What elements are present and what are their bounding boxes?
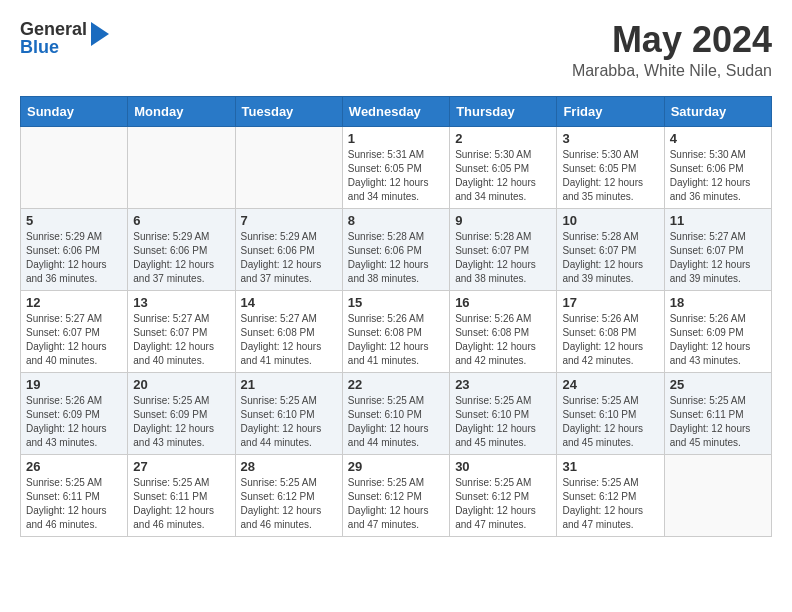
day-info-text: Daylight: 12 hours: [241, 340, 337, 354]
calendar-day-header: Tuesday: [235, 96, 342, 126]
title-area: May 2024 Marabba, White Nile, Sudan: [572, 20, 772, 80]
day-number: 31: [562, 459, 658, 474]
day-info-text: Daylight: 12 hours: [562, 422, 658, 436]
day-info-text: Sunset: 6:06 PM: [133, 244, 229, 258]
day-info-text: Sunrise: 5:25 AM: [26, 476, 122, 490]
day-info-text: Sunset: 6:12 PM: [241, 490, 337, 504]
day-info-text: Sunset: 6:11 PM: [670, 408, 766, 422]
day-info-text: and 40 minutes.: [26, 354, 122, 368]
day-info-text: and 41 minutes.: [241, 354, 337, 368]
day-info-text: Sunset: 6:12 PM: [455, 490, 551, 504]
calendar-cell: 24Sunrise: 5:25 AMSunset: 6:10 PMDayligh…: [557, 372, 664, 454]
calendar-cell: 29Sunrise: 5:25 AMSunset: 6:12 PMDayligh…: [342, 454, 449, 536]
calendar-day-header: Saturday: [664, 96, 771, 126]
day-info-text: Sunset: 6:07 PM: [26, 326, 122, 340]
day-number: 27: [133, 459, 229, 474]
calendar-cell: 30Sunrise: 5:25 AMSunset: 6:12 PMDayligh…: [450, 454, 557, 536]
day-info-text: Sunset: 6:08 PM: [455, 326, 551, 340]
day-number: 21: [241, 377, 337, 392]
calendar-cell: 15Sunrise: 5:26 AMSunset: 6:08 PMDayligh…: [342, 290, 449, 372]
day-info-text: Sunset: 6:05 PM: [562, 162, 658, 176]
day-info-text: Daylight: 12 hours: [348, 258, 444, 272]
calendar-cell: 28Sunrise: 5:25 AMSunset: 6:12 PMDayligh…: [235, 454, 342, 536]
day-info-text: Sunset: 6:06 PM: [348, 244, 444, 258]
calendar-cell: 10Sunrise: 5:28 AMSunset: 6:07 PMDayligh…: [557, 208, 664, 290]
day-info-text: Sunset: 6:11 PM: [26, 490, 122, 504]
day-info-text: Daylight: 12 hours: [562, 504, 658, 518]
day-number: 17: [562, 295, 658, 310]
logo: General Blue: [20, 20, 109, 56]
day-info-text: Sunrise: 5:28 AM: [348, 230, 444, 244]
day-info-text: Sunrise: 5:31 AM: [348, 148, 444, 162]
day-info-text: Daylight: 12 hours: [562, 258, 658, 272]
calendar-cell: 27Sunrise: 5:25 AMSunset: 6:11 PMDayligh…: [128, 454, 235, 536]
day-info-text: and 38 minutes.: [455, 272, 551, 286]
calendar-day-header: Thursday: [450, 96, 557, 126]
calendar-cell: 11Sunrise: 5:27 AMSunset: 6:07 PMDayligh…: [664, 208, 771, 290]
calendar-week-row: 19Sunrise: 5:26 AMSunset: 6:09 PMDayligh…: [21, 372, 772, 454]
calendar-cell: 22Sunrise: 5:25 AMSunset: 6:10 PMDayligh…: [342, 372, 449, 454]
calendar-week-row: 5Sunrise: 5:29 AMSunset: 6:06 PMDaylight…: [21, 208, 772, 290]
calendar-cell: 2Sunrise: 5:30 AMSunset: 6:05 PMDaylight…: [450, 126, 557, 208]
day-info-text: and 35 minutes.: [562, 190, 658, 204]
month-title: May 2024: [572, 20, 772, 60]
calendar-cell: 13Sunrise: 5:27 AMSunset: 6:07 PMDayligh…: [128, 290, 235, 372]
day-info-text: Daylight: 12 hours: [133, 340, 229, 354]
day-info-text: and 42 minutes.: [562, 354, 658, 368]
day-info-text: and 40 minutes.: [133, 354, 229, 368]
calendar-cell: 16Sunrise: 5:26 AMSunset: 6:08 PMDayligh…: [450, 290, 557, 372]
day-number: 25: [670, 377, 766, 392]
day-info-text: Sunset: 6:07 PM: [455, 244, 551, 258]
day-info-text: Sunrise: 5:28 AM: [455, 230, 551, 244]
day-info-text: and 47 minutes.: [455, 518, 551, 532]
day-info-text: and 37 minutes.: [241, 272, 337, 286]
day-info-text: Sunrise: 5:29 AM: [26, 230, 122, 244]
day-info-text: Daylight: 12 hours: [348, 176, 444, 190]
calendar-cell: 17Sunrise: 5:26 AMSunset: 6:08 PMDayligh…: [557, 290, 664, 372]
day-info-text: and 43 minutes.: [133, 436, 229, 450]
day-info-text: Daylight: 12 hours: [562, 340, 658, 354]
day-info-text: Daylight: 12 hours: [241, 258, 337, 272]
day-info-text: Sunset: 6:06 PM: [241, 244, 337, 258]
day-info-text: Sunrise: 5:26 AM: [670, 312, 766, 326]
day-info-text: Sunset: 6:08 PM: [241, 326, 337, 340]
day-info-text: and 34 minutes.: [348, 190, 444, 204]
calendar-cell: 12Sunrise: 5:27 AMSunset: 6:07 PMDayligh…: [21, 290, 128, 372]
logo-text: General Blue: [20, 20, 87, 56]
day-info-text: Sunset: 6:06 PM: [670, 162, 766, 176]
day-info-text: Daylight: 12 hours: [348, 504, 444, 518]
day-info-text: Sunrise: 5:29 AM: [133, 230, 229, 244]
day-info-text: Sunrise: 5:30 AM: [455, 148, 551, 162]
calendar-cell: 21Sunrise: 5:25 AMSunset: 6:10 PMDayligh…: [235, 372, 342, 454]
day-info-text: Daylight: 12 hours: [455, 340, 551, 354]
calendar-cell: 19Sunrise: 5:26 AMSunset: 6:09 PMDayligh…: [21, 372, 128, 454]
day-info-text: Sunrise: 5:26 AM: [26, 394, 122, 408]
day-info-text: and 44 minutes.: [241, 436, 337, 450]
day-info-text: Sunset: 6:09 PM: [133, 408, 229, 422]
calendar-cell: 23Sunrise: 5:25 AMSunset: 6:10 PMDayligh…: [450, 372, 557, 454]
day-info-text: Sunrise: 5:27 AM: [133, 312, 229, 326]
calendar-table: SundayMondayTuesdayWednesdayThursdayFrid…: [20, 96, 772, 537]
day-info-text: and 45 minutes.: [670, 436, 766, 450]
day-info-text: and 45 minutes.: [455, 436, 551, 450]
day-number: 6: [133, 213, 229, 228]
day-info-text: Sunrise: 5:27 AM: [241, 312, 337, 326]
day-number: 20: [133, 377, 229, 392]
day-info-text: Sunset: 6:09 PM: [670, 326, 766, 340]
location-label: Marabba, White Nile, Sudan: [572, 62, 772, 80]
day-number: 24: [562, 377, 658, 392]
day-info-text: and 39 minutes.: [562, 272, 658, 286]
day-number: 26: [26, 459, 122, 474]
day-info-text: Sunset: 6:08 PM: [562, 326, 658, 340]
day-info-text: Sunrise: 5:30 AM: [562, 148, 658, 162]
day-number: 18: [670, 295, 766, 310]
day-info-text: Sunrise: 5:25 AM: [562, 394, 658, 408]
day-info-text: Sunrise: 5:25 AM: [241, 476, 337, 490]
day-info-text: Daylight: 12 hours: [455, 422, 551, 436]
day-number: 19: [26, 377, 122, 392]
day-number: 28: [241, 459, 337, 474]
calendar-day-header: Friday: [557, 96, 664, 126]
day-info-text: Sunset: 6:10 PM: [455, 408, 551, 422]
day-info-text: Sunset: 6:05 PM: [455, 162, 551, 176]
calendar-cell: 18Sunrise: 5:26 AMSunset: 6:09 PMDayligh…: [664, 290, 771, 372]
